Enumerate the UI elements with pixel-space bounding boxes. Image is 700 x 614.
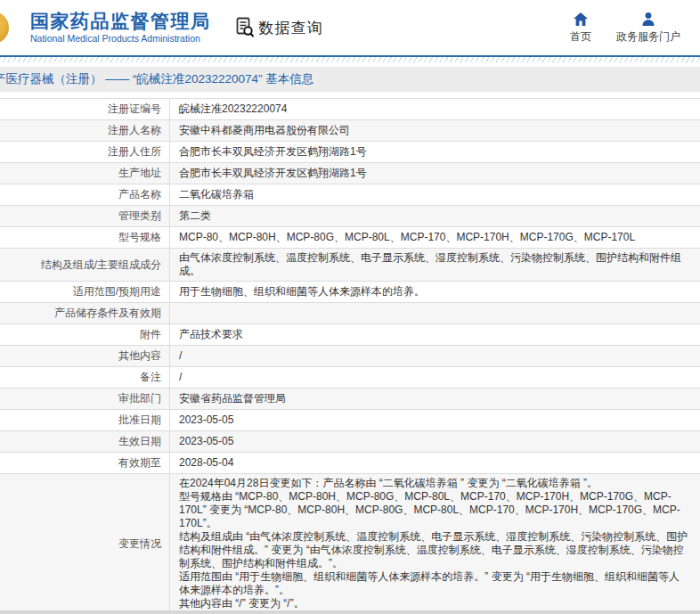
row-value-text: MCP-80、MCP-80H、MCP-80G、MCP-80L、MCP-170、M… [179,231,635,244]
row-value: 皖械注准20232220074 [170,99,700,119]
row-value-text: 由气体浓度控制系统、温度控制系统、电子显示系统、湿度控制系统、污染物控制系统、围… [179,251,689,278]
row-label: 注册证编号 [0,99,170,119]
row-value: / [170,346,700,366]
brand-block: 国家药品监督管理局 National Medical Products Admi… [30,11,211,45]
table-row: 批准日期2023-05-05 [0,410,700,431]
breadcrumb: 产医疗器械（注册） —— “皖械注准20232220074” 基本信息 [0,71,313,87]
row-value: 合肥市长丰双凤经济开发区鹤翔湖路1号 [170,142,700,162]
row-value: 2028-05-04 [170,453,700,473]
row-value-text: 产品技术要求 [179,328,243,341]
nav-home[interactable]: 首页 [570,12,591,45]
data-query-section[interactable]: 数据查询 [234,16,323,39]
row-label-text: 备注 [140,370,161,385]
table-row: 生效日期2023-05-05 [0,431,700,453]
row-value: 二氧化碳培养箱 [170,184,700,205]
row-label-text: 其他内容 [118,348,161,364]
table-row: 产品储存条件及有效期 [0,303,700,324]
info-table: 注册证编号皖械注准20232220074注册人名称安徽中科都菱商用电器股份有限公… [0,98,700,614]
row-value-text: 合肥市长丰双凤经济开发区鹤翔湖路1号 [179,167,367,180]
row-label-text: 生产地址 [118,166,161,181]
row-label-text: 适用范围/预期用途 [73,284,161,299]
row-value: 合肥市长丰双凤经济开发区鹤翔湖路1号 [170,163,700,184]
table-row: 附件产品技术要求 [0,324,700,346]
nav-home-label: 首页 [570,29,591,45]
row-label: 附件 [0,324,170,345]
row-value: / [170,367,700,388]
row-label: 产品名称 [0,184,170,205]
breadcrumb-bar: 产医疗器械（注册） —— “皖械注准20232220074” 基本信息 [0,67,700,92]
row-value-text: 安徽省药品监督管理局 [179,392,286,405]
row-value: 产品技术要求 [170,324,700,345]
row-label-text: 生效日期 [118,434,161,449]
row-label-text: 有效期至 [118,455,161,471]
nav-gov-portal[interactable]: 政务服务门户 [616,12,680,45]
row-label: 适用范围/预期用途 [0,282,170,302]
row-label: 产品储存条件及有效期 [0,303,170,323]
row-label-text: 产品名称 [118,187,161,202]
table-row: 变更情况在2024年04月28日变更如下：产品名称由 “二氧化碳培养箱 ” 变更… [0,474,700,614]
row-value: MCP-80、MCP-80H、MCP-80G、MCP-80L、MCP-170、M… [170,227,700,248]
site-subtitle: National Medical Products Administration [30,34,211,45]
row-value: 用于生物细胞、组织和细菌等人体来源样本的培养。 [170,282,700,302]
table-row: 注册人名称安徽中科都菱商用电器股份有限公司 [0,120,700,142]
row-label: 生效日期 [0,431,170,452]
row-label: 其他内容 [0,346,170,366]
row-value: 由气体浓度控制系统、温度控制系统、电子显示系统、湿度控制系统、污染物控制系统、围… [170,249,700,281]
table-row: 其他内容/ [0,346,700,367]
row-label: 有效期至 [0,453,170,473]
row-value: 安徽省药品监督管理局 [170,389,700,409]
table-row: 适用范围/预期用途用于生物细胞、组织和细菌等人体来源样本的培养。 [0,282,700,303]
row-label: 备注 [0,367,170,388]
site-header: 国家药品监督管理局 National Medical Products Admi… [0,0,700,55]
row-value-text: 安徽中科都菱商用电器股份有限公司 [179,124,350,137]
table-row: 注册证编号皖械注准20232220074 [0,99,700,120]
row-label: 批准日期 [0,410,170,430]
header-nav: 首页 政务服务门户 [570,12,700,45]
row-value: 在2024年04月28日变更如下：产品名称由 “二氧化碳培养箱 ” 变更为 “二… [170,474,700,613]
table-row: 审批部门安徽省药品监督管理局 [0,389,700,410]
row-value-text: / [179,371,182,384]
table-row: 有效期至2028-05-04 [0,453,700,474]
row-label-text: 型号规格 [118,230,161,245]
row-label: 注册人住所 [0,142,170,162]
row-value-text: 皖械注准20232220074 [179,102,287,116]
row-label-text: 产品储存条件及有效期 [54,306,161,321]
document-search-icon [234,16,256,39]
row-value-text: 2028-05-04 [179,456,233,470]
row-value-text: 2023-05-05 [179,413,233,427]
row-label: 审批部门 [0,389,170,409]
row-label-text: 批准日期 [118,413,161,428]
row-label-text: 附件 [140,327,161,342]
table-row: 管理类别第二类 [0,206,700,227]
row-value-text: 2023-05-05 [179,435,233,448]
row-value: 安徽中科都菱商用电器股份有限公司 [170,120,700,141]
table-row: 产品名称二氧化碳培养箱 [0,184,700,206]
home-icon [573,12,589,27]
row-label-text: 管理类别 [118,209,161,224]
row-value-text: 第二类 [179,209,211,223]
nav-gov-portal-label: 政务服务门户 [616,29,680,45]
footer-strip [0,610,700,614]
site-title: 国家药品监督管理局 [30,11,211,31]
row-label: 生产地址 [0,163,170,184]
row-value: 第二类 [170,206,700,226]
row-value-text: 合肥市长丰双凤经济开发区鹤翔湖路1号 [179,145,367,159]
row-label: 结构及组成/主要组成成分 [0,249,170,281]
row-label-text: 注册人住所 [108,144,161,160]
table-row: 注册人住所合肥市长丰双凤经济开发区鹤翔湖路1号 [0,142,700,163]
table-row: 型号规格MCP-80、MCP-80H、MCP-80G、MCP-80L、MCP-1… [0,227,700,249]
row-label: 注册人名称 [0,120,170,141]
row-label-text: 结构及组成/主要组成成分 [41,258,161,273]
table-row: 备注/ [0,367,700,389]
row-label-text: 注册人名称 [108,123,161,138]
row-value-text: 用于生物细胞、组织和细菌等人体来源样本的培养。 [179,285,425,299]
user-icon [640,12,656,27]
row-value: 2023-05-05 [170,431,700,452]
row-label: 管理类别 [0,206,170,226]
row-label-text: 审批部门 [118,391,161,406]
row-value: 2023-05-05 [170,410,700,430]
row-value-text: / [179,349,182,363]
row-value [170,303,700,323]
table-row: 生产地址合肥市长丰双凤经济开发区鹤翔湖路1号 [0,163,700,184]
row-value-text: 在2024年04月28日变更如下：产品名称由 “二氧化碳培养箱 ” 变更为 “二… [179,477,689,610]
